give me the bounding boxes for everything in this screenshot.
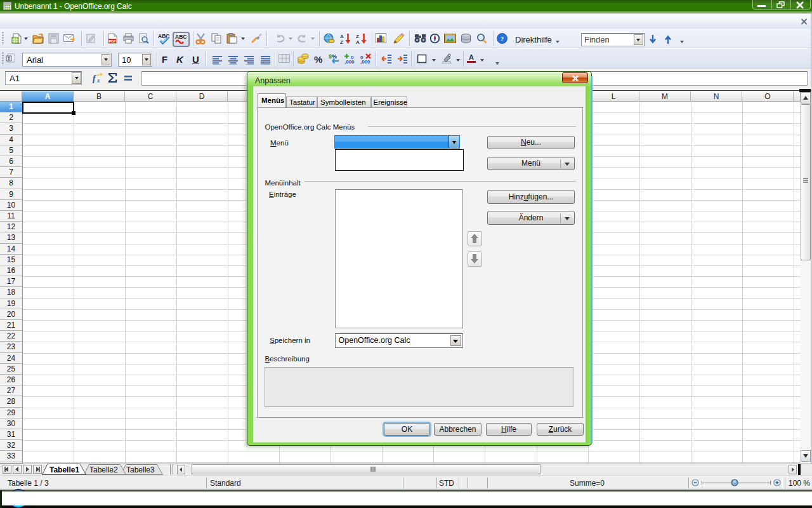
svg-text:A: A [356, 39, 360, 44]
svg-text:f: f [93, 74, 96, 83]
svg-text:,000: ,000 [344, 59, 355, 64]
svg-text:?: ? [501, 35, 504, 43]
svg-text:Z: Z [340, 39, 343, 44]
svg-text:Z: Z [356, 34, 359, 39]
svg-text:ABC: ABC [175, 34, 187, 40]
svg-text:$: $ [329, 53, 332, 60]
svg-text:,000: ,000 [360, 59, 370, 64]
svg-text:A: A [469, 53, 474, 61]
svg-text:x: x [96, 77, 100, 84]
svg-text:A: A [340, 34, 344, 39]
svg-text:PDF: PDF [109, 39, 117, 43]
